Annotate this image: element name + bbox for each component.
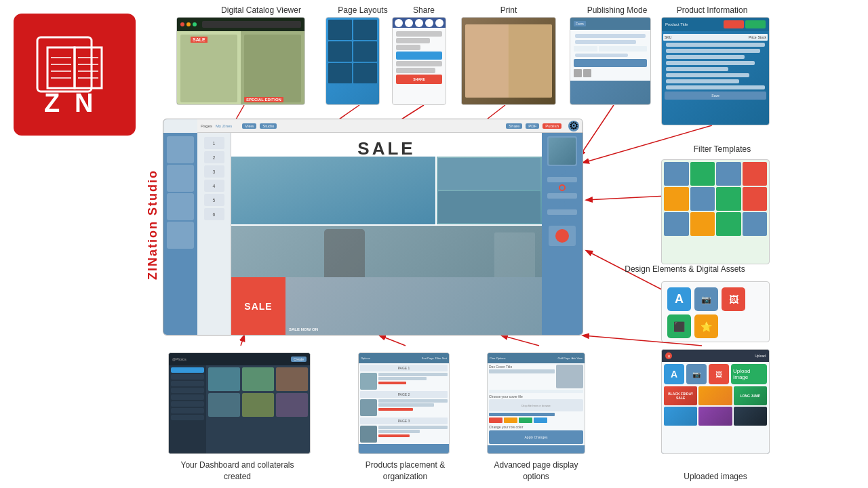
toolbar-studio[interactable]: Studio: [260, 123, 277, 129]
label-publishing: Publishing Mode: [573, 5, 661, 15]
toolbar-pages: Pages: [201, 124, 212, 128]
vertical-brand-label: ZINation Studio: [146, 169, 160, 280]
svg-text:N: N: [75, 89, 93, 117]
label-product-info: Product Information: [658, 5, 766, 15]
thumbnail-products-placement: Options Sort Page Filter Sort PAGE 1 PAG…: [358, 352, 450, 454]
thumbnail-product-info: Product Title SKUPriceStock Save: [661, 17, 770, 125]
thumbnail-dashboard: @Photos Create: [168, 352, 311, 454]
label-advanced-display: Advanced page display options: [487, 460, 585, 483]
thumbnail-share: SHARE: [392, 17, 446, 105]
canvas-now-on: SALE NOW ON: [289, 327, 318, 331]
label-uploaded-images: Uploaded images: [668, 471, 763, 483]
thumbnail-print: [461, 17, 556, 105]
label-products-placement: Products placement & organization: [359, 460, 451, 483]
thumbnail-design-elements: A 📷 🖼 ⬛ ⭐: [661, 281, 770, 342]
svg-line-5: [580, 105, 614, 156]
thumbnail-page-layouts: [326, 17, 380, 105]
thumbnail-publishing-mode: Form: [570, 17, 651, 105]
label-share: Share: [400, 5, 448, 15]
label-dashboard: Your Dashboard and collaterals created: [176, 460, 298, 483]
main-studio-screenshot: Pages My Zines View Studio Share PDF Pub…: [163, 119, 583, 336]
svg-line-10: [380, 336, 406, 346]
svg-line-11: [502, 336, 539, 346]
label-filter-templates: Filter Templates: [675, 144, 770, 154]
toolbar-publish[interactable]: Publish: [542, 123, 561, 129]
label-design-elements: Design Elements & Digital Assets: [617, 264, 753, 274]
svg-text:Z: Z: [44, 89, 60, 117]
svg-line-9: [241, 336, 244, 346]
label-print: Print: [471, 5, 546, 15]
thumbnail-advanced-display: Char Options Odd Page Adv View Doc Cover…: [487, 352, 585, 454]
toolbar-share[interactable]: Share: [506, 123, 522, 129]
thumbnail-digital-catalog: SALE SPECIAL EDITION: [176, 17, 305, 105]
label-digital-catalog: Digital Catalog Viewer: [197, 5, 326, 15]
thumbnail-filter-templates: [661, 159, 770, 264]
toolbar-pdf[interactable]: PDF: [526, 123, 539, 129]
label-page-layouts: Page Layouts: [332, 5, 393, 15]
toolbar-view[interactable]: View: [242, 123, 256, 129]
thumbnail-uploaded-images: ✕ Upload A 📷 🖼 Upload Image BLACK FRIDAY…: [661, 349, 770, 454]
toolbar-my-zines: My Zines: [216, 124, 232, 128]
app-logo: Z N: [14, 14, 136, 136]
canvas-sale-bottom: SALE: [231, 277, 285, 335]
